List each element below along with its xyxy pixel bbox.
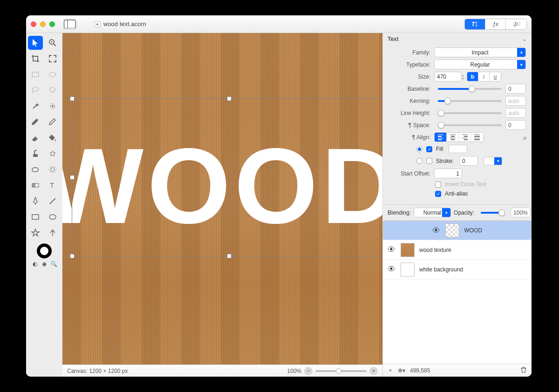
brush-tool[interactable] <box>28 115 43 129</box>
opacity-value[interactable]: 100% <box>511 208 531 217</box>
text-tool[interactable]: T <box>45 178 60 192</box>
ellipse-select-tool[interactable] <box>45 68 60 81</box>
typeface-select[interactable]: Regular ▾ <box>434 60 526 69</box>
resize-handle-ml[interactable] <box>70 175 75 180</box>
arrow-shape-tool[interactable] <box>45 226 60 240</box>
opacity-slider[interactable] <box>481 212 504 214</box>
layer-name-label: wood texture <box>419 247 451 253</box>
stroke-checkbox[interactable] <box>426 158 432 164</box>
expand-tool[interactable] <box>45 52 60 66</box>
align-right-button[interactable] <box>459 133 471 142</box>
invert-circle-checkbox[interactable] <box>435 182 441 188</box>
add-layer-button[interactable]: ＋ <box>388 366 393 374</box>
layer-visibility-toggle[interactable] <box>432 227 441 234</box>
minimize-window-button[interactable] <box>40 21 46 27</box>
quick-select-tool[interactable] <box>45 99 60 113</box>
stroke-color-swatch[interactable]: ▾ <box>484 157 502 165</box>
fill-tool[interactable] <box>45 131 60 145</box>
resize-handle-bc[interactable] <box>227 254 232 258</box>
pencil-tool[interactable] <box>45 115 60 129</box>
star-shape-tool[interactable] <box>28 226 43 240</box>
start-offset-input[interactable]: 1 <box>434 169 462 178</box>
start-offset-label: Start Offset: <box>389 170 430 177</box>
magic-wand-tool[interactable] <box>28 99 43 113</box>
zoom-slider[interactable] <box>315 370 367 372</box>
font-family-value: Impact <box>471 49 488 56</box>
resize-handle-bl[interactable] <box>70 254 75 258</box>
canvas-viewport[interactable]: WOOD <box>62 33 382 365</box>
antialias-checkbox[interactable]: ✓ <box>435 191 441 197</box>
size-stepper[interactable]: ▴▾ <box>462 74 464 80</box>
align-justify-button[interactable] <box>471 133 483 142</box>
rect-select-tool[interactable] <box>28 68 43 81</box>
stroke-width-input[interactable]: 0 <box>459 156 478 166</box>
inspector-tab-fx[interactable]: ƒx <box>485 19 506 29</box>
zoom-in-button[interactable]: + <box>369 367 378 375</box>
delete-layer-button[interactable] <box>520 366 527 374</box>
inspector-tab-palette[interactable]: 〈p〉 <box>506 19 526 29</box>
lasso-tool[interactable] <box>28 83 43 97</box>
text-section-header[interactable]: Text ⌄ <box>383 33 532 45</box>
swap-colors-icon[interactable]: ◐ <box>31 260 39 268</box>
layer-visibility-toggle[interactable] <box>388 246 396 253</box>
layers-toolbar: ＋ ✻▾ 499,585 <box>383 364 532 377</box>
align-center-button[interactable] <box>447 133 459 142</box>
move-tool[interactable] <box>28 36 43 50</box>
close-window-button[interactable] <box>31 21 36 27</box>
eraser-tool[interactable] <box>28 131 43 145</box>
sidebar-toggle-button[interactable] <box>63 19 76 29</box>
selection-bounds[interactable] <box>72 98 382 257</box>
resize-handle-tl[interactable] <box>70 96 75 101</box>
crop-tool[interactable] <box>28 52 43 66</box>
fullscreen-window-button[interactable] <box>49 21 55 27</box>
align-left-button[interactable] <box>435 133 447 142</box>
smudge-tool[interactable] <box>28 162 43 176</box>
zoom-out-button[interactable]: − <box>304 367 313 375</box>
inspector-tab-text[interactable]: T <box>465 19 485 29</box>
ellipse-shape-tool[interactable] <box>45 210 60 224</box>
line-tool[interactable] <box>45 194 60 208</box>
lineheight-slider[interactable] <box>438 112 502 114</box>
document-title: wood text.acorn <box>94 20 146 27</box>
foreground-color-swatch[interactable] <box>37 243 52 258</box>
dodge-burn-tool[interactable] <box>45 162 60 176</box>
svg-point-10 <box>49 72 56 77</box>
layer-row[interactable]: WOOD <box>383 221 532 240</box>
lineheight-value[interactable]: auto <box>505 108 526 118</box>
eyedropper-icon[interactable]: 🔍 <box>50 260 57 268</box>
canvas[interactable]: WOOD <box>62 33 382 365</box>
fill-color-swatch[interactable] <box>449 145 467 153</box>
inspector-tabs[interactable]: T ƒx 〈p〉 <box>464 19 527 30</box>
default-colors-icon[interactable]: ◉ <box>41 260 48 268</box>
layer-row[interactable]: wood texture <box>383 240 532 260</box>
layer-visibility-toggle[interactable] <box>388 266 396 273</box>
baseline-slider[interactable] <box>438 88 502 90</box>
clone-stamp-tool[interactable] <box>28 147 43 161</box>
zoom-tool[interactable] <box>45 36 60 50</box>
paragraph-space-slider[interactable] <box>438 124 502 126</box>
text-align-segment[interactable] <box>434 132 484 142</box>
italic-toggle[interactable]: i <box>478 72 490 81</box>
resize-handle-tc[interactable] <box>227 96 232 101</box>
fill-radio[interactable] <box>416 146 423 152</box>
gradient-tool[interactable] <box>28 178 43 192</box>
fill-checkbox[interactable]: ✓ <box>426 146 432 152</box>
bold-toggle[interactable]: b <box>467 72 478 81</box>
underline-toggle[interactable]: u <box>490 72 501 81</box>
rect-shape-tool[interactable] <box>28 210 43 224</box>
font-family-select[interactable]: Impact ▾ <box>434 47 526 57</box>
ligature-icon[interactable]: ℴ <box>523 133 526 142</box>
titlebar: wood text.acorn T ƒx 〈p〉 <box>26 15 532 33</box>
heal-tool[interactable] <box>45 147 60 161</box>
blending-mode-select[interactable]: Normal ▾ <box>414 208 451 217</box>
baseline-value[interactable]: 0 <box>505 84 526 94</box>
kerning-value[interactable]: auto <box>505 96 526 106</box>
layer-row[interactable]: white background <box>383 260 532 279</box>
font-size-input[interactable]: 470 <box>434 72 461 81</box>
kerning-slider[interactable] <box>438 100 502 102</box>
stroke-radio[interactable] <box>416 158 423 164</box>
poly-lasso-tool[interactable] <box>45 83 60 97</box>
pen-tool[interactable] <box>28 194 43 208</box>
paragraph-space-value[interactable]: 0 <box>505 120 526 130</box>
layer-options-button[interactable]: ✻▾ <box>398 367 405 374</box>
